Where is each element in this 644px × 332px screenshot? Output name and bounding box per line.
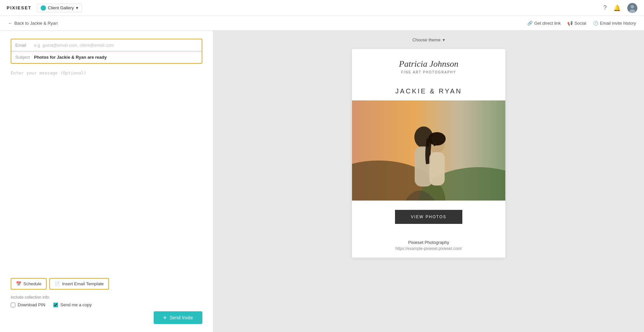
schedule-label: Schedule (23, 281, 41, 286)
email-field-row: Email (11, 39, 202, 51)
preview-btn-area: VIEW PHOTOS (352, 201, 505, 233)
send-copy-label: Send me a copy (60, 302, 92, 307)
email-input[interactable] (34, 43, 198, 48)
help-button[interactable]: ? (603, 4, 607, 11)
photographer-name: Patricia Johnson (365, 59, 492, 69)
view-photos-button[interactable]: VIEW PHOTOS (395, 210, 462, 224)
direct-link-button[interactable]: 🔗 Get direct link (527, 21, 561, 26)
footer-link: https://example-pixieset.pixieset.com/ (359, 246, 499, 251)
top-nav: PIXIESET Client Gallery ▾ ? 🔔 (0, 0, 644, 16)
template-label: Insert Email Template (62, 281, 104, 286)
svg-point-1 (631, 5, 634, 8)
email-label: Email (15, 43, 34, 48)
left-panel: Email Subject 📅 Schedule 📄 Ins (0, 31, 213, 332)
bottom-actions: 📅 Schedule 📄 Insert Email Template Inclu… (11, 273, 202, 324)
preview-footer: Pixieset Photography https://example-pix… (352, 233, 505, 258)
theme-chooser[interactable]: Choose theme ▾ (412, 37, 445, 42)
avatar[interactable] (627, 3, 637, 13)
send-invite-label: Send Invite (170, 315, 193, 320)
email-preview-card: Patricia Johnson Fine Art Photography JA… (352, 49, 505, 258)
footer-photographer-name: Pixieset Photography (359, 240, 499, 245)
email-history-button[interactable]: 🕐 Email invite history (593, 21, 636, 26)
direct-link-label: Get direct link (534, 21, 561, 26)
notifications-button[interactable]: 🔔 (613, 4, 621, 12)
svg-rect-10 (429, 152, 445, 186)
download-pin-checkbox[interactable] (11, 303, 15, 307)
gallery-switcher[interactable]: Client Gallery ▾ (37, 4, 82, 12)
right-panel: Choose theme ▾ Patricia Johnson Fine Art… (213, 31, 644, 332)
email-history-label: Email invite history (600, 21, 636, 26)
pixieset-logo: PIXIESET (7, 5, 32, 10)
include-label: Include collection info: (11, 295, 202, 300)
social-button[interactable]: 📢 Social (567, 21, 586, 26)
message-area (11, 70, 202, 273)
gallery-chevron-icon: ▾ (76, 5, 78, 10)
avatar-image (627, 3, 637, 13)
couple-illustration (352, 100, 505, 201)
subject-label: Subject (15, 55, 34, 60)
help-icon: ? (603, 4, 607, 11)
send-icon: ✈ (163, 315, 167, 320)
download-pin-checkbox-item[interactable]: Download PIN (11, 302, 45, 307)
breadcrumb-bar: ← Back to Jackie & Ryan 🔗 Get direct lin… (0, 16, 644, 31)
insert-template-button[interactable]: 📄 Insert Email Template (49, 278, 109, 290)
bell-icon: 🔔 (613, 4, 621, 12)
message-textarea[interactable] (11, 70, 202, 197)
client-name: JACKIE & RYAN (352, 81, 505, 100)
social-icon: 📢 (567, 21, 573, 26)
toolbar-row: 📅 Schedule 📄 Insert Email Template (11, 278, 202, 290)
preview-header: Patricia Johnson Fine Art Photography (352, 49, 505, 81)
send-copy-checkbox[interactable] (53, 303, 58, 307)
schedule-button[interactable]: 📅 Schedule (11, 278, 47, 290)
globe-icon (41, 5, 46, 11)
nav-left: PIXIESET Client Gallery ▾ (7, 4, 82, 12)
send-copy-checkbox-item[interactable]: Send me a copy (53, 302, 92, 307)
back-arrow-icon: ← (8, 21, 12, 26)
breadcrumb-actions: 🔗 Get direct link 📢 Social 🕐 Email invit… (527, 21, 636, 26)
gallery-name-label: Client Gallery (48, 5, 74, 10)
nav-right: ? 🔔 (603, 3, 637, 13)
email-subject-group: Email Subject (11, 39, 202, 64)
subject-field-row: Subject (11, 51, 202, 63)
preview-hero-image (352, 100, 505, 201)
link-icon: 🔗 (527, 21, 533, 26)
back-link[interactable]: ← Back to Jackie & Ryan (8, 21, 58, 26)
checkbox-row: Download PIN Send me a copy (11, 302, 202, 307)
send-invite-button[interactable]: ✈ Send Invite (154, 311, 202, 324)
photographer-sub: Fine Art Photography (365, 70, 492, 74)
back-link-label: Back to Jackie & Ryan (14, 21, 58, 26)
view-photos-label: VIEW PHOTOS (411, 215, 446, 219)
download-pin-label: Download PIN (18, 302, 45, 307)
history-icon: 🕐 (593, 21, 598, 26)
send-row: ✈ Send Invite (11, 311, 202, 324)
theme-label: Choose theme (412, 37, 441, 42)
main-layout: Email Subject 📅 Schedule 📄 Ins (0, 31, 644, 332)
subject-input[interactable] (34, 55, 198, 60)
schedule-icon: 📅 (16, 281, 21, 286)
social-label: Social (574, 21, 586, 26)
theme-chevron-icon: ▾ (443, 37, 445, 42)
svg-point-12 (434, 143, 435, 145)
template-icon: 📄 (55, 281, 60, 286)
